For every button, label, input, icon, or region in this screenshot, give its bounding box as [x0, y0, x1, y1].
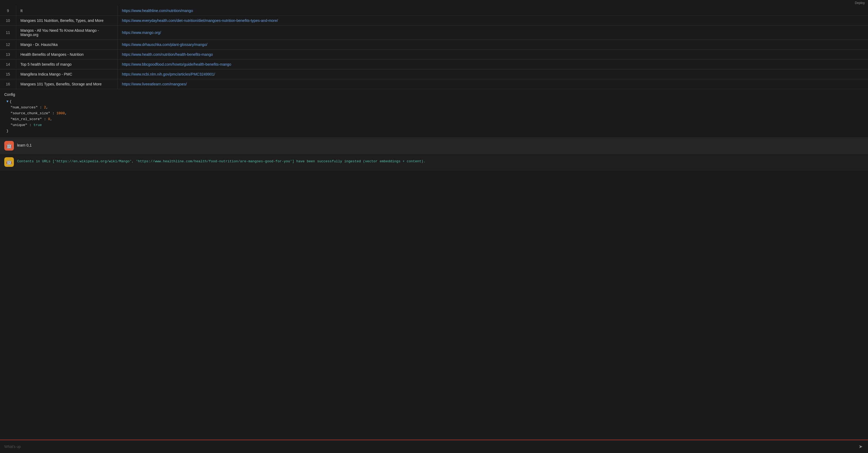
- source-chunk-size-key: "source_chunk_size": [11, 111, 50, 115]
- row-number: 9: [0, 6, 16, 16]
- table-row: 16 Mangoes 101 Types, Benefits, Storage …: [0, 79, 868, 89]
- row-title: Mangos - All You Need To Know About Mang…: [16, 26, 118, 40]
- row-number: 14: [0, 60, 16, 69]
- row-number: 13: [0, 50, 16, 60]
- row-url[interactable]: https://www.healthline.com/nutrition/man…: [118, 6, 868, 16]
- row-number: 16: [0, 79, 16, 89]
- row-title: Top 5 health benefits of mango: [16, 60, 118, 69]
- row-url[interactable]: https://www.everydayhealth.com/diet-nutr…: [118, 16, 868, 26]
- row-url[interactable]: https://www.ncbi.nlm.nih.gov/pmc/article…: [118, 69, 868, 79]
- avatar: 🤖: [4, 141, 14, 151]
- row-url[interactable]: https://www.mango.org/: [118, 26, 868, 40]
- row-number: 10: [0, 16, 16, 26]
- table-row: 12 Mango - Dr. Hauschka https://www.drha…: [0, 40, 868, 50]
- table-row: 9 It https://www.healthline.com/nutritio…: [0, 6, 868, 16]
- config-section: Config ▼{ "num_sources" : 2, "source_chu…: [0, 89, 868, 138]
- url-link[interactable]: https://www.ncbi.nlm.nih.gov/pmc/article…: [122, 72, 215, 76]
- avatar: 🤖: [4, 157, 14, 167]
- url-link[interactable]: https://www.healthline.com/nutrition/man…: [122, 8, 193, 13]
- main-content: 9 It https://www.healthline.com/nutritio…: [0, 6, 868, 440]
- deploy-label: Deploy: [855, 1, 865, 5]
- results-table: 9 It https://www.healthline.com/nutritio…: [0, 6, 868, 89]
- row-title: Mangoes 101 Nutrition, Benefits, Types, …: [16, 16, 118, 26]
- send-button[interactable]: ➤: [857, 443, 865, 451]
- message-row: 🤖 Contents in URLs ['https://en.wikipedi…: [0, 154, 868, 170]
- row-title: Mangifera Indica Mango - PMC: [16, 69, 118, 79]
- url-link[interactable]: https://www.bbcgoodfood.com/howto/guide/…: [122, 62, 231, 66]
- close-brace: }: [6, 129, 8, 133]
- unique-key: "unique": [11, 123, 27, 127]
- table-row: 13 Health Benefits of Mangoes - Nutritio…: [0, 50, 868, 60]
- row-url[interactable]: https://www.drhauschka.com/plant-glossar…: [118, 40, 868, 50]
- message-text: learn 0,1: [17, 141, 32, 148]
- row-number: 15: [0, 69, 16, 79]
- chat-area: 🤖 learn 0,1 🤖 Contents in URLs ['https:/…: [0, 138, 868, 170]
- row-title: Mango - Dr. Hauschka: [16, 40, 118, 50]
- unique-val: true: [33, 123, 42, 127]
- row-number: 11: [0, 26, 16, 40]
- url-link[interactable]: https://www.health.com/nutrition/health-…: [122, 52, 213, 57]
- chat-input[interactable]: [3, 442, 855, 451]
- source-chunk-size-val: 1000: [56, 111, 65, 115]
- message-text: Contents in URLs ['https://en.wikipedia.…: [17, 157, 426, 164]
- top-bar: Deploy: [0, 0, 868, 6]
- table-row: 10 Mangoes 101 Nutrition, Benefits, Type…: [0, 16, 868, 26]
- config-label: Config: [4, 92, 864, 97]
- config-toggle[interactable]: ▼: [6, 100, 8, 104]
- url-link[interactable]: https://www.mango.org/: [122, 30, 161, 35]
- url-link[interactable]: https://www.everydayhealth.com/diet-nutr…: [122, 19, 278, 23]
- row-url[interactable]: https://www.health.com/nutrition/health-…: [118, 50, 868, 60]
- input-area: ➤: [0, 440, 868, 453]
- table-row: 15 Mangifera Indica Mango - PMC https://…: [0, 69, 868, 79]
- message-row: 🤖 learn 0,1: [0, 138, 868, 154]
- row-title: Mangoes 101 Types, Benefits, Storage and…: [16, 79, 118, 89]
- url-link[interactable]: https://www.liveeatlearn.com/mangoes/: [122, 82, 187, 86]
- send-icon: ➤: [859, 444, 863, 450]
- min-rel-score-key: "min_rel_score": [11, 117, 42, 121]
- open-brace: {: [10, 100, 12, 104]
- row-url[interactable]: https://www.liveeatlearn.com/mangoes/: [118, 79, 868, 89]
- num-sources-key: "num_sources": [11, 105, 38, 109]
- row-url[interactable]: https://www.bbcgoodfood.com/howto/guide/…: [118, 60, 868, 69]
- table-row: 11 Mangos - All You Need To Know About M…: [0, 26, 868, 40]
- min-rel-score-val: 0: [48, 117, 50, 121]
- url-link[interactable]: https://www.drhauschka.com/plant-glossar…: [122, 42, 208, 47]
- config-code: ▼{ "num_sources" : 2, "source_chunk_size…: [4, 99, 864, 134]
- row-number: 12: [0, 40, 16, 50]
- row-title: It: [16, 6, 118, 16]
- row-title: Health Benefits of Mangoes - Nutrition: [16, 50, 118, 60]
- table-row: 14 Top 5 health benefits of mango https:…: [0, 60, 868, 69]
